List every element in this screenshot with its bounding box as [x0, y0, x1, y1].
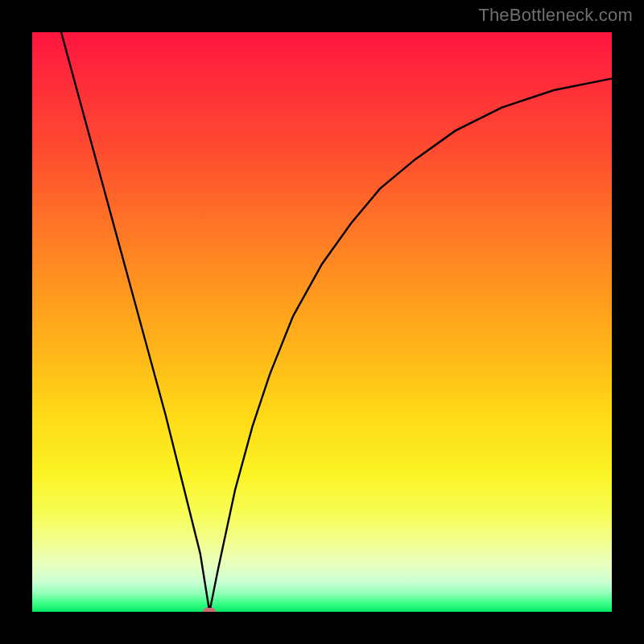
- watermark-text: TheBottleneck.com: [478, 5, 633, 26]
- chart-frame: TheBottleneck.com: [0, 0, 644, 644]
- minimum-marker: [203, 608, 216, 612]
- curve-svg: [32, 32, 612, 612]
- plot-area: [32, 32, 612, 612]
- bottleneck-curve-path: [61, 32, 612, 612]
